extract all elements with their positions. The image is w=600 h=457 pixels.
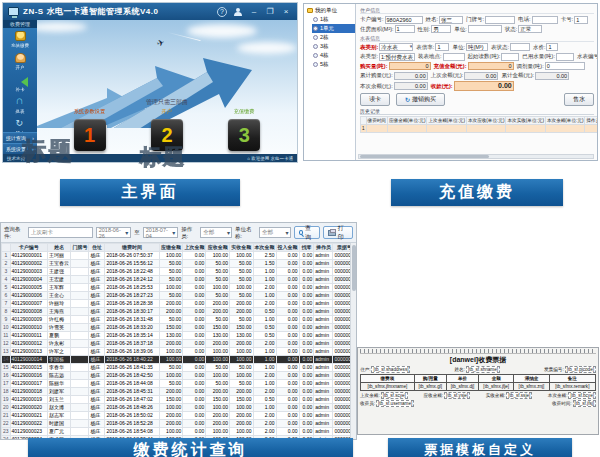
receipt-code-cell[interactable]: [tb_sfmx.jfmxname] — [361, 383, 415, 391]
tree-item-1栋[interactable]: 1栋 — [312, 15, 355, 24]
sidebar-item-充值缴费[interactable]: 充值缴费 — [3, 28, 37, 50]
minimize-icon[interactable]: – — [249, 7, 259, 17]
stats-row[interactable]: 1540129000015李春华杨庄2018-06-26 18:41:3550.… — [2, 364, 356, 372]
field-input[interactable] — [443, 53, 465, 61]
field-input[interactable]: 吨(M³) — [466, 43, 488, 51]
receipt-title[interactable]: [danwei]收费票据 — [360, 355, 596, 365]
field-input[interactable]: 正常 — [518, 25, 542, 33]
field-input[interactable] — [485, 16, 515, 24]
field-input[interactable]: 980A2960 — [385, 16, 423, 24]
sidebar-item-开户[interactable]: 开户 — [3, 50, 37, 72]
stats-row[interactable]: 140129000001王珂丽杨庄2018-06-26 07:50:37100.… — [2, 252, 356, 260]
help-icon[interactable]: ? — [217, 7, 227, 17]
tree-item-3栋[interactable]: 3栋 — [312, 42, 355, 51]
print-button[interactable]: 打印 — [323, 226, 353, 239]
receipt-field-code[interactable]: [tb_sf.ssje] — [506, 392, 532, 399]
receipt-code-cell[interactable]: [tb_sfmx.jfje] — [479, 383, 514, 391]
stats-row[interactable]: 540129000005王军辉杨庄2018-06-26 18:25:53100.… — [2, 284, 356, 292]
sidebar-item-换表[interactable]: 换表 — [3, 94, 37, 116]
stats-row[interactable]: 240129000002王宝春云杨庄2018-06-26 15:56:1250.… — [2, 260, 356, 268]
stats-row[interactable]: 1640129000016陈志远杨庄2018-06-26 18:42:50100… — [2, 372, 356, 380]
field-input[interactable] — [556, 53, 574, 61]
stats-row[interactable]: 1940129000019刘玉兰杨庄2018-06-26 18:47:02150… — [2, 396, 356, 404]
receipt-code-cell[interactable]: [tb_sfmx.dj] — [446, 383, 478, 391]
stats-row[interactable]: 1440129000014李国栋杨庄2018-06-26 18:40:22100… — [2, 356, 356, 364]
receipt-field-code[interactable]: [tb_sf.jfsj] — [573, 400, 596, 407]
field-input[interactable]: 0 — [468, 62, 514, 70]
receipt-field-code[interactable]: [tb_sf.shaddress] — [371, 366, 410, 373]
stats-row[interactable]: 1040129000010许雪英杨庄2018-06-26 18:33:20150… — [2, 324, 356, 332]
stats-row[interactable]: 340129000003王建强杨庄2018-06-26 18:22:4850.0… — [2, 268, 356, 276]
tree-root[interactable]: 我的单位 — [306, 6, 355, 15]
stats-row[interactable]: 1840129000018刘建军杨庄2018-06-26 18:45:31200… — [2, 388, 356, 396]
tree-item-2栋[interactable]: 2栋 — [312, 33, 355, 42]
stats-row[interactable]: 1140129000011夏鹏杨庄2018-06-26 18:35:14130.… — [2, 332, 356, 340]
sidebar-item-补卡[interactable]: 补卡 — [3, 72, 37, 94]
read-card-button[interactable]: 读卡 — [360, 93, 390, 106]
field-input[interactable]: 1:预付费水表 — [379, 53, 415, 61]
maximize-icon[interactable]: ❐ — [265, 7, 275, 17]
field-input[interactable]: 0.00 — [454, 81, 514, 91]
stats-row[interactable]: 440129000004王宏建杨庄2018-06-26 18:24:1250.0… — [2, 276, 356, 284]
sidebar-item-label: 补卡 — [16, 86, 25, 91]
field-input[interactable]: 1 — [395, 25, 415, 33]
field-input[interactable]: 0.00 — [535, 72, 569, 80]
close-icon[interactable]: × — [281, 7, 291, 17]
stats-row[interactable]: 2140129000021赵志军杨庄2018-06-26 18:50:02200… — [2, 412, 356, 420]
search-input[interactable]: 上次刷卡 — [28, 227, 93, 238]
history-row[interactable]: 1 — [361, 125, 599, 133]
field-input[interactable]: 冷水表 — [379, 43, 413, 51]
date-from-picker[interactable]: 2018-06-26 — [96, 227, 132, 238]
stats-row[interactable]: 1340129000013许军之杨庄2018-06-26 18:39:06100… — [2, 348, 356, 356]
stats-row[interactable]: 740129000007许丽玲杨庄2018-06-26 18:28:38200.… — [2, 300, 356, 308]
vertical-scrollbar[interactable] — [350, 243, 356, 439]
receipt-field-code[interactable]: [tb_sf.username] — [376, 400, 414, 407]
receipt-code-cell[interactable]: [tb_sfmx.gl] — [414, 383, 446, 391]
query-button[interactable]: 查询 — [294, 226, 321, 239]
tab-history[interactable]: 历史记录 — [360, 108, 594, 115]
field-input[interactable] — [510, 43, 530, 51]
field-input[interactable]: 0 — [545, 62, 585, 70]
receipt-field-code[interactable]: [tb_sf.shname] — [466, 366, 500, 373]
receipt-field-code[interactable]: [tb_sf.bcye] — [568, 392, 596, 399]
field-input[interactable]: 1 — [546, 43, 558, 51]
field-input[interactable]: 0.00 — [394, 72, 428, 80]
field-input[interactable] — [532, 16, 558, 24]
field-input[interactable]: 0.00 — [464, 72, 498, 80]
operator-select[interactable]: 全部 — [200, 227, 232, 238]
date-to-picker[interactable]: 2018-07-04 — [143, 227, 179, 238]
stats-row[interactable]: 640129000006王金心杨庄2018-06-26 18:27:2350.0… — [2, 292, 356, 300]
field-input[interactable]: 男 — [431, 25, 451, 33]
sell-water-button[interactable]: 售水 — [564, 93, 594, 106]
step-number-box[interactable]: 3 — [228, 119, 260, 151]
tree-item-5栋[interactable]: 5栋 — [312, 60, 355, 69]
stats-row[interactable]: 2240129000022时建国杨庄2018-06-26 18:52:28200… — [2, 420, 356, 428]
stats-row[interactable]: 940129000009许红梅杨庄2018-06-26 18:31:4850.0… — [2, 316, 356, 324]
receipt-code-cell[interactable]: [tb_sfmx.znj] — [514, 383, 549, 391]
receipt-field-code[interactable]: [tb_sf.pjcode] — [565, 366, 596, 373]
sidebar-top-tab[interactable]: 收费管理 — [3, 20, 37, 28]
unit-select[interactable]: 全部 — [259, 227, 291, 238]
undo-purchase-button[interactable]: ↻ 撤销购买 — [396, 93, 445, 106]
field-input[interactable]: 张三 — [439, 16, 463, 24]
field-input[interactable] — [501, 53, 519, 61]
tree-item-4栋[interactable]: 4栋 — [312, 51, 355, 60]
stats-cell: 40129000005 — [10, 284, 47, 292]
stats-row[interactable]: 2040129000020赵文博杨庄2018-06-26 18:48:26100… — [2, 404, 356, 412]
field-input[interactable]: 0.00 — [394, 82, 428, 90]
tree-item-1单元[interactable]: 1单元 — [312, 24, 355, 33]
field-input[interactable]: 1 — [574, 16, 588, 24]
step-number-box[interactable]: 1 — [74, 119, 106, 151]
stats-row[interactable]: 840129000008王海燕杨庄2018-06-26 18:30:17200.… — [2, 308, 356, 316]
field-input[interactable]: 0 — [389, 62, 431, 70]
receipt-code-cell[interactable]: [tb_sfmx.remark] — [549, 383, 595, 391]
receipt-field-code[interactable]: [tb_sf.ysje] — [444, 392, 470, 399]
stats-row[interactable]: 1740129000017陈丽华杨庄2018-06-26 18:44:0850.… — [2, 380, 356, 388]
receipt-field-code[interactable]: [tb_sf.scye] — [381, 392, 408, 399]
user-icon[interactable] — [233, 7, 243, 17]
stats-row[interactable]: 2340129000023夏广元杨庄2018-06-26 18:54:08100… — [2, 428, 356, 436]
stats-row[interactable]: 1240129000012许永彬杨庄2018-06-26 18:37:18200… — [2, 340, 356, 348]
field-input[interactable]: 1 — [435, 43, 449, 51]
field-input[interactable] — [468, 25, 502, 33]
horizontal-scrollbar[interactable] — [358, 154, 594, 159]
